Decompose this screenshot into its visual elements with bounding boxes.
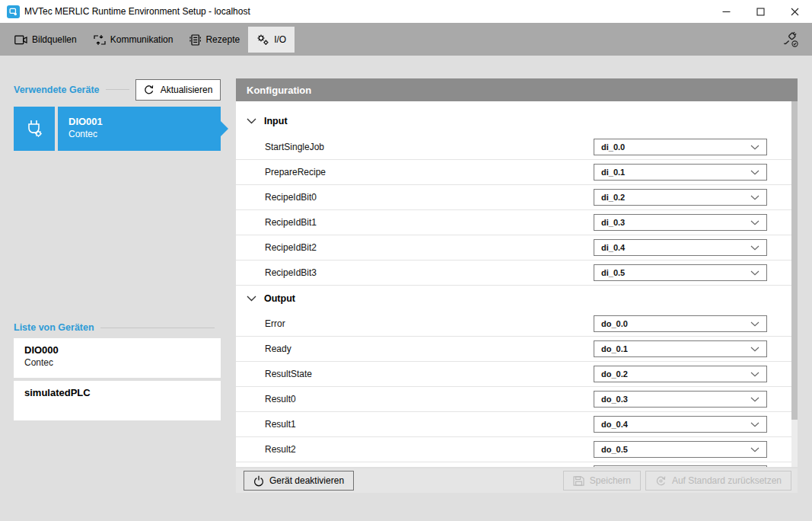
chevron-down-icon [750, 347, 759, 352]
divider [100, 328, 215, 328]
chevron-down-icon [750, 170, 759, 175]
chevron-down-icon [750, 397, 759, 402]
config-row: RecipeIdBit1 di_0.3 [236, 210, 791, 235]
window-title: MVTec MERLIC Runtime Environment Setup -… [24, 6, 250, 17]
section-input[interactable]: Input [236, 107, 791, 135]
chevron-down-icon [750, 220, 759, 225]
device-list-item[interactable]: DIO000 Contec [14, 338, 221, 378]
signal-dropdown[interactable]: di_0.3 [594, 214, 767, 231]
signal-dropdown[interactable]: do_0.1 [594, 340, 767, 357]
config-row: Result0 do_0.3 [236, 387, 791, 412]
save-icon [573, 475, 584, 487]
signal-dropdown-value: di_0.2 [601, 193, 750, 202]
transfer-icon [94, 34, 106, 46]
signal-dropdown-value: do_0.5 [601, 445, 750, 454]
device-vendor: Contec [24, 357, 221, 368]
signal-dropdown-value: di_0.0 [601, 142, 750, 152]
section-label: Input [264, 116, 288, 126]
signal-dropdown-value: di_0.3 [601, 218, 750, 227]
config-row-label: PrepareRecipe [265, 167, 594, 177]
signal-dropdown[interactable]: di_0.0 [594, 139, 767, 155]
signal-dropdown[interactable]: do_0.3 [594, 391, 767, 408]
config-row-label: RecipeIdBit2 [265, 242, 594, 253]
config-row-label: RecipeIdBit0 [265, 192, 594, 203]
config-row-label: Ready [265, 344, 594, 354]
signal-dropdown[interactable]: do_0.2 [594, 366, 767, 382]
minimize-button[interactable] [709, 0, 744, 23]
active-device-vendor: Contec [68, 129, 221, 139]
device-list-heading-row: Liste von Geräten [14, 321, 221, 334]
title-bar: MVTec MERLIC Runtime Environment Setup -… [0, 0, 812, 23]
refresh-button-label: Aktualisieren [161, 85, 213, 95]
device-list-heading: Liste von Geräten [14, 322, 94, 333]
tab-io[interactable]: I/O [248, 27, 295, 53]
device-list-item[interactable]: simulatedPLC [14, 381, 221, 420]
active-device-name: DIO001 [68, 116, 221, 127]
configuration-footer: Gerät deaktivieren Speichern Auf Standar… [236, 468, 798, 493]
save-button[interactable]: Speichern [563, 471, 641, 491]
signal-dropdown[interactable]: do_0.4 [594, 416, 767, 433]
active-device-body: DIO001 Contec [58, 107, 221, 151]
config-row: PrepareRecipe di_0.1 [236, 160, 791, 185]
device-plug-icon [14, 107, 55, 151]
config-row: Result1 do_0.4 [236, 412, 791, 437]
main-toolbar: Bildquellen Kommunikation Rezepte [0, 23, 812, 56]
signal-dropdown[interactable]: di_0.1 [594, 164, 767, 181]
active-device-card[interactable]: DIO001 Contec [14, 107, 221, 151]
save-button-label: Speichern [590, 475, 631, 486]
deactivate-device-label: Gerät deaktivieren [269, 475, 344, 486]
config-row-label: RecipeIdBit3 [265, 267, 594, 278]
config-row: Error do_0.0 [236, 312, 791, 337]
signal-dropdown[interactable]: di_0.2 [594, 189, 767, 206]
signal-dropdown[interactable]: di_0.4 [594, 239, 767, 256]
tab-kommunikation[interactable]: Kommunikation [85, 27, 182, 53]
chevron-down-icon [750, 145, 759, 150]
section-output[interactable]: Output [236, 286, 791, 312]
config-row: StartSingleJob di_0.0 [236, 135, 791, 160]
chevron-down-icon [750, 270, 759, 276]
tab-label: I/O [274, 34, 286, 45]
used-devices-heading-row: Verwendete Geräte Aktualisieren [14, 78, 221, 101]
config-row-label: StartSingleJob [265, 142, 594, 152]
config-row: Ready do_0.1 [236, 337, 791, 362]
refresh-button[interactable]: Aktualisieren [135, 79, 221, 101]
signal-dropdown-value: do_0.1 [601, 344, 750, 353]
tab-rezepte[interactable]: Rezepte [181, 27, 248, 53]
signal-dropdown[interactable]: di_0.5 [594, 264, 767, 281]
configuration-panel: Konfiguration Input StartSingleJob di_0.… [236, 78, 798, 467]
close-button[interactable] [778, 0, 812, 23]
selected-pointer [221, 121, 228, 136]
chevron-down-icon [750, 195, 759, 200]
app-logo-icon [7, 5, 20, 18]
signal-dropdown-value: di_0.1 [601, 168, 750, 177]
camera-icon [14, 35, 27, 45]
signal-dropdown[interactable]: do_0.0 [594, 315, 767, 332]
config-row-label: ResultState [265, 369, 594, 379]
signal-dropdown-value: do_0.4 [601, 420, 750, 429]
chevron-down-icon [750, 447, 759, 452]
config-scrollbar[interactable] [791, 101, 798, 467]
chevron-down-icon [247, 296, 256, 302]
tab-label: Bildquellen [32, 34, 77, 45]
device-name: DIO000 [24, 344, 221, 356]
reset-to-default-label: Auf Standard zurücksetzen [672, 475, 782, 486]
reset-to-default-button[interactable]: Auf Standard zurücksetzen [645, 471, 791, 491]
connection-status-icon[interactable] [782, 30, 800, 49]
clipped-row [236, 462, 791, 467]
divider [106, 89, 129, 90]
signal-dropdown-value: di_0.4 [601, 243, 750, 252]
signal-dropdown[interactable]: do_0.5 [594, 441, 767, 458]
maximize-button[interactable] [744, 0, 778, 23]
config-row: ResultState do_0.2 [236, 362, 791, 387]
signal-dropdown[interactable] [594, 465, 767, 467]
configuration-body: Input StartSingleJob di_0.0 PrepareRecip… [236, 101, 791, 467]
power-icon [253, 475, 264, 487]
config-scrollbar-thumb[interactable] [791, 101, 798, 420]
reset-icon [655, 475, 667, 487]
tab-bildquellen[interactable]: Bildquellen [6, 27, 85, 53]
config-row-label: RecipeIdBit1 [265, 217, 594, 228]
config-row-label: Error [265, 318, 594, 329]
config-row-label: Result2 [265, 444, 594, 455]
signal-dropdown-value: do_0.0 [601, 319, 750, 328]
deactivate-device-button[interactable]: Gerät deaktivieren [244, 471, 354, 491]
